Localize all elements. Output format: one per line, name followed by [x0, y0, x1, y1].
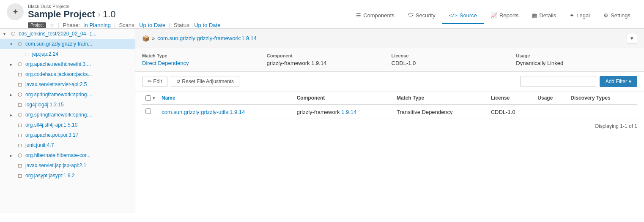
tab-source[interactable]: </> Source [442, 8, 484, 24]
logo-row: ✦ Black Duck Projects Sample Project › 1… [7, 3, 220, 20]
expand-icon: ▸ [10, 113, 16, 117]
row-match-type: Transitive Dependency [393, 105, 488, 119]
sidebar-item[interactable]: ◻javax.servlet.jsp:jsp-api:2.1 [0, 160, 135, 171]
sidebar-item[interactable]: ▸⬡org.springframework:spring.... [0, 110, 135, 120]
sidebar-item-label: org.jasypt:jasypt:1.9.2 [25, 173, 132, 179]
package-icon: ⬡ [16, 61, 24, 67]
tab-details-label: Details [539, 12, 556, 19]
version: 1.0 [103, 9, 116, 20]
tab-settings[interactable]: ⚙ Settings [597, 8, 637, 24]
displaying-text: Displaying 1-1 of 1 [135, 119, 644, 133]
toolbar: ✏ Edit ↺ Reset File Adjustments Add Filt… [135, 72, 644, 92]
project-title: Sample Project [28, 9, 95, 20]
reports-icon: 📈 [491, 12, 497, 19]
sidebar-item-label: org.springframework:spring.... [25, 112, 132, 118]
meta-row: Project ☆ | Phase: In Planning | Scans: … [28, 22, 220, 28]
sidebar-items: ▾⬡bds_jenkins_test/2020_02_04--1...▾⬡com… [0, 29, 135, 181]
component-value: grizzly-framework 1.9.14 [267, 60, 388, 66]
th-usage: Usage [534, 92, 567, 105]
status-label: Status: [174, 22, 191, 28]
component-version-link[interactable]: 1.9.14 [341, 109, 356, 115]
component-col: Component grizzly-framework 1.9.14 [267, 53, 388, 66]
breadcrumb-sep: › [98, 10, 100, 19]
sidebar-item[interactable]: ◻org.codehaus.jackson:jacks... [0, 69, 135, 79]
sidebar-item-label: com.sun.grizzly:grizzly-fram... [25, 41, 132, 47]
component-pkg-icon: 📦 [142, 35, 149, 42]
sidebar-item-label: jep:jep:2.24 [32, 51, 132, 57]
scans-value: Up to Date [139, 22, 165, 28]
logo-icon: ✦ [12, 7, 19, 16]
component-header-dropdown[interactable]: ▾ [627, 33, 637, 43]
component-header: 📦 » com.sun.grizzly:grizzly-framework:1.… [135, 29, 644, 48]
th-checkbox: ▾ [142, 92, 158, 105]
sidebar-item[interactable]: ▾⬡com.sun.grizzly:grizzly-fram... [0, 39, 135, 49]
details-icon: ▦ [532, 12, 537, 19]
row-license: CDDL-1.0 [488, 105, 534, 119]
content-area: 📦 » com.sun.grizzly:grizzly-framework:1.… [135, 29, 644, 213]
tab-reports-label: Reports [499, 12, 519, 19]
filter-input[interactable] [520, 76, 596, 87]
tab-security[interactable]: 🛡 Security [401, 8, 442, 24]
select-all-checkbox[interactable] [145, 95, 151, 101]
tab-components[interactable]: ☰ Components [349, 8, 401, 24]
tab-source-label: Source [460, 12, 477, 19]
sidebar-item[interactable]: ▸⬡org.springframework:spring.... [0, 89, 135, 100]
sidebar-item[interactable]: ◻javax.servlet:servlet-api:2.5 [0, 79, 135, 89]
sidebar-item-label: org.codehaus.jackson:jacks... [25, 71, 132, 77]
component-details: Match Type Direct Dependency Component g… [135, 48, 644, 72]
sidebar-item[interactable]: ◻log4j:log4j:1.2.15 [0, 100, 135, 110]
add-filter-label: Add Filter [606, 79, 627, 84]
tab-reports[interactable]: 📈 Reports [484, 8, 526, 24]
sidebar-item-label: org.springframework:spring.... [25, 92, 132, 97]
table-container: ▾ Name Component Match Type License Usag… [135, 92, 644, 119]
star-icon[interactable]: ☆ [49, 22, 55, 28]
sidebar-item[interactable]: ◻junit:junit:4.7 [0, 140, 135, 150]
main-layout: ▾⬡bds_jenkins_test/2020_02_04--1...▾⬡com… [0, 29, 644, 213]
row-discovery-types [567, 105, 637, 119]
component-prefix: » [152, 35, 155, 41]
table-body: com.sun.grizzly:grizzly-utils:1.9.14griz… [142, 105, 637, 119]
sidebar-item[interactable]: ◻org.apache.poi:poi:3.17 [0, 130, 135, 140]
nav-tabs: ☰ Components 🛡 Security </> Source 📈 Rep… [349, 8, 637, 24]
sidebar-item[interactable]: ◻org.slf4j:slf4j-api:1.5.10 [0, 120, 135, 130]
sidebar-item[interactable]: ▸⬡org.apache.neethi:neethi:3.... [0, 59, 135, 69]
license-label: License [392, 53, 513, 58]
sidebar-item[interactable]: ◻org.jasypt:jasypt:1.9.2 [0, 171, 135, 181]
component-path[interactable]: com.sun.grizzly:grizzly-framework:1.9.14 [157, 35, 257, 41]
sidebar: ▾⬡bds_jenkins_test/2020_02_04--1...▾⬡com… [0, 29, 135, 213]
components-icon: ☰ [356, 12, 361, 19]
expand-icon: ▾ [3, 32, 9, 36]
file-icon: ◻ [16, 173, 24, 179]
file-icon: ◻ [16, 102, 24, 108]
header: ✦ Black Duck Projects Sample Project › 1… [0, 0, 644, 29]
sidebar-item-label: org.hibernate:hibernate-cor... [25, 152, 132, 158]
row-usage [534, 105, 567, 119]
row-name-link[interactable]: com.sun.grizzly:grizzly-utils:1.9.14 [162, 109, 245, 115]
package-icon: ⬡ [16, 41, 24, 47]
match-type-col: Match Type Direct Dependency [142, 53, 263, 66]
tab-details[interactable]: ▦ Details [525, 8, 563, 24]
component-header-left: 📦 » com.sun.grizzly:grizzly-framework:1.… [142, 35, 257, 42]
file-icon: ◻ [16, 162, 24, 168]
reset-button[interactable]: ↺ Reset File Adjustments [171, 76, 239, 87]
tab-security-label: Security [416, 12, 436, 19]
tab-components-label: Components [363, 12, 395, 19]
add-filter-button[interactable]: Add Filter ▾ [600, 76, 637, 87]
file-icon: ◻ [16, 132, 24, 138]
component-label: Component [267, 53, 388, 58]
sidebar-item[interactable]: ◻jep:jep:2.24 [0, 49, 135, 59]
expand-icon: ▸ [10, 153, 16, 158]
project-badge: Project [28, 22, 46, 28]
usage-value: Dynamically Linked [516, 60, 637, 66]
tab-legal[interactable]: ✦ Legal [563, 8, 597, 24]
sidebar-item[interactable]: ▾⬡bds_jenkins_test/2020_02_04--1... [0, 29, 135, 39]
edit-button[interactable]: ✏ Edit [142, 76, 167, 87]
sidebar-item[interactable]: ▸⬡org.hibernate:hibernate-cor... [0, 150, 135, 160]
project-name-row: Sample Project › 1.0 [28, 9, 116, 20]
row-checkbox[interactable] [145, 108, 151, 114]
th-discovery-types: Discovery Types [567, 92, 637, 105]
checkbox-dropdown-arrow[interactable]: ▾ [153, 96, 155, 100]
settings-icon: ⚙ [603, 12, 608, 19]
file-icon: ◻ [23, 51, 30, 57]
row-checkbox-cell [142, 105, 158, 119]
